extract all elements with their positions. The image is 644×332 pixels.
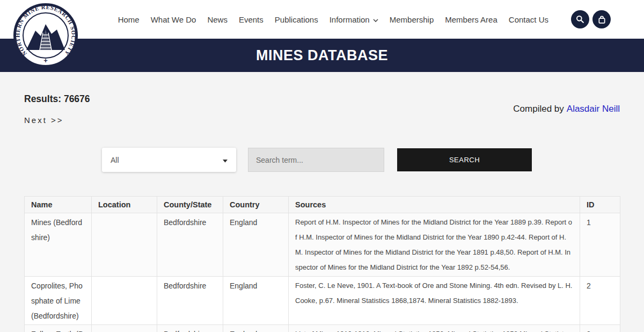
results-count: Results: 76676 xyxy=(24,93,620,105)
main-nav: Home What We Do News Events Publications… xyxy=(118,0,548,39)
filter-row: All SEARCH xyxy=(24,148,620,172)
cell-name: Mines (Bedfordshire) xyxy=(25,213,92,277)
select-arrow-icon xyxy=(223,156,228,164)
page-banner: MINES DATABASE xyxy=(0,39,644,72)
cell-county-state: Bedfordshire xyxy=(157,213,223,277)
cell-id: 1 xyxy=(580,213,620,277)
compiled-by: Compiled byAlasdair Neill xyxy=(24,104,620,114)
nav-item-information[interactable]: Information xyxy=(330,15,378,24)
table-row: Coprolites, Phosphate of Lime (Bedfordsh… xyxy=(25,277,620,325)
nav-item-events[interactable]: Events xyxy=(239,15,264,24)
cell-name: Fullers Earth (Bedfordshire) xyxy=(25,325,92,332)
search-input[interactable] xyxy=(248,148,384,172)
nav-item-members-area[interactable]: Members Area xyxy=(445,15,497,24)
cell-country: England xyxy=(223,277,289,325)
cell-id: 2 xyxy=(580,277,620,325)
top-header: Home What We Do News Events Publications… xyxy=(0,0,644,39)
cell-sources: Report of H.M. Inspector of Mines for th… xyxy=(289,213,580,277)
nav-item-membership[interactable]: Membership xyxy=(390,15,434,24)
category-select-value: All xyxy=(111,156,119,164)
column-header-country: Country xyxy=(223,197,289,213)
compiled-by-label: Compiled by xyxy=(513,104,564,114)
cell-country: England xyxy=(223,213,289,277)
cell-county-state: Bedfordshire xyxy=(157,277,223,325)
next-page-link[interactable]: Next >> xyxy=(24,116,64,125)
search-icon[interactable] xyxy=(571,10,589,28)
logo-cross: + xyxy=(43,56,48,64)
cell-id: 3 xyxy=(580,325,620,332)
column-header-name: Name xyxy=(25,197,92,213)
column-header-location: Location xyxy=(92,197,157,213)
page-title: MINES DATABASE xyxy=(256,47,388,64)
main-content: Results: 76676 Compiled byAlasdair Neill… xyxy=(0,93,644,332)
cell-location xyxy=(92,277,157,325)
cell-sources: Foster, C. Le Neve, 1901. A Text-book of… xyxy=(289,277,580,325)
column-header-county-state: County/State xyxy=(157,197,223,213)
cell-sources: List of Mines 1910-1912. Mineral Statist… xyxy=(289,325,580,332)
column-header-sources: Sources xyxy=(289,197,580,213)
table-row: Fullers Earth (Bedfordshire) Bedfordshir… xyxy=(25,325,620,332)
cell-location xyxy=(92,213,157,277)
cell-country: England xyxy=(223,325,289,332)
nav-item-news[interactable]: News xyxy=(207,15,228,24)
nav-item-publications[interactable]: Publications xyxy=(275,15,318,24)
table-row: Mines (Bedfordshire) Bedfordshire Englan… xyxy=(25,213,620,277)
category-select[interactable]: All xyxy=(102,148,236,172)
cell-county-state: Bedfordshire xyxy=(157,325,223,332)
nav-item-home[interactable]: Home xyxy=(118,15,140,24)
nav-item-information-label: Information xyxy=(330,15,370,24)
bag-icon[interactable] xyxy=(592,10,611,28)
nmrs-logo[interactable]: NORTHERN MINE RESEARCH SOCIETY + xyxy=(13,3,78,68)
column-header-id: ID xyxy=(580,197,620,213)
search-button[interactable]: SEARCH xyxy=(397,148,532,171)
cell-name: Coprolites, Phosphate of Lime (Bedfordsh… xyxy=(25,277,92,325)
mines-table: Name Location County/State Country Sourc… xyxy=(24,196,620,332)
compiled-by-author-link[interactable]: Alasdair Neill xyxy=(567,104,620,114)
chevron-down-icon xyxy=(373,15,378,24)
nav-item-contact-us[interactable]: Contact Us xyxy=(509,15,548,24)
table-header-row: Name Location County/State Country Sourc… xyxy=(25,197,620,213)
cell-location xyxy=(92,325,157,332)
nav-item-what-we-do[interactable]: What We Do xyxy=(151,15,196,24)
pagination: Next >> xyxy=(24,116,620,125)
